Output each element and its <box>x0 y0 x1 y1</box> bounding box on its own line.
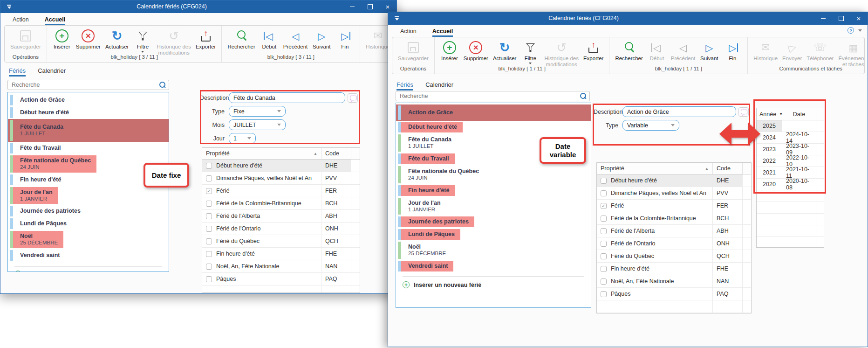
ribbon-button[interactable]: Exporter <box>193 28 218 50</box>
property-checkbox[interactable] <box>601 190 607 196</box>
property-row[interactable]: Pâques PAQ <box>202 273 360 285</box>
ribbon-button[interactable]: Supprimer <box>74 28 103 50</box>
year-row[interactable]: 2022 2022-10-10 <box>757 155 824 167</box>
holiday-list-item[interactable]: Action de Grâce <box>8 94 169 106</box>
property-row[interactable]: Noël, An, Fête Nationale NAN <box>202 260 360 273</box>
property-row[interactable]: Férié FER <box>597 200 751 212</box>
property-row[interactable]: Férié FER <box>202 185 360 197</box>
year-row[interactable]: 2024 2024-10-14 <box>757 132 824 144</box>
month-select[interactable]: JUILLET <box>229 119 286 130</box>
menu-action[interactable]: Action <box>400 28 417 37</box>
ribbon-collapse-icon[interactable] <box>858 29 862 32</box>
property-row[interactable]: Pâques PAQ <box>597 288 751 300</box>
ribbon-button[interactable]: Historique <box>751 39 780 62</box>
property-row[interactable]: Fin heure d'été FHE <box>597 263 751 275</box>
ribbon-button[interactable]: Exporter <box>581 39 606 62</box>
property-row[interactable]: Dimanche Pâques, veilles Noël et An PVV <box>597 187 751 200</box>
holiday-list-item[interactable]: Début heure d'été <box>8 106 169 119</box>
holiday-list-item[interactable]: Fête nationale du Québec 24 JUIN <box>396 165 591 184</box>
property-checkbox[interactable] <box>601 228 607 234</box>
property-row[interactable]: Début heure d'été DHE <box>202 160 360 172</box>
ribbon-button[interactable]: Précédent <box>281 28 310 50</box>
ribbon-button[interactable]: Fin <box>333 28 356 50</box>
ribbon-button[interactable]: Supprimer <box>461 39 491 62</box>
ribbon-button[interactable]: Filtre <box>131 28 154 53</box>
column-header-propriete[interactable]: Propriété ▲ <box>597 163 713 174</box>
tab-feries[interactable]: Fériés <box>396 81 413 90</box>
menu-action[interactable]: Action <box>13 16 29 25</box>
property-row[interactable]: Férié de l'Alberta ABH <box>597 225 751 237</box>
ribbon-button[interactable]: Sauvegarder <box>8 28 43 50</box>
holiday-list-item[interactable]: Jour de l'an 1 JANVIER <box>8 186 169 205</box>
ribbon-button[interactable]: Fin <box>721 39 744 62</box>
property-checkbox[interactable] <box>601 291 607 297</box>
search-input[interactable] <box>396 93 579 99</box>
ribbon-button[interactable]: Sauvegarder <box>396 39 431 62</box>
close-icon[interactable]: × <box>379 0 396 13</box>
property-checkbox[interactable] <box>601 253 607 259</box>
comment-icon[interactable] <box>738 107 749 117</box>
ribbon-button[interactable]: Précédent <box>669 39 697 62</box>
property-checkbox[interactable] <box>206 264 212 270</box>
ribbon-button[interactable]: Début <box>258 28 281 50</box>
property-row[interactable]: Noël, An, Fête Nationale NAN <box>597 275 751 288</box>
column-header-annee[interactable]: Année ▼ <box>757 108 782 120</box>
property-row[interactable]: Fin heure d'été FHE <box>202 248 360 260</box>
column-header-date[interactable]: Date <box>782 108 816 120</box>
property-row[interactable]: Férié du Québec QCH <box>202 235 360 248</box>
insert-holiday-link[interactable]: + Insérer un nouveau férié <box>8 266 169 272</box>
search-input[interactable] <box>8 82 158 88</box>
holiday-list-item[interactable]: Noël 25 DÉCEMBRE <box>396 241 591 260</box>
search-icon[interactable] <box>579 92 588 100</box>
property-row[interactable]: Férié de l'Alberta ABH <box>202 210 360 223</box>
ribbon-button[interactable]: Suivant <box>697 39 721 62</box>
year-row[interactable]: 2023 2023-10-09 <box>757 144 824 155</box>
property-row[interactable]: Férié de la Colombie-Britannique BCH <box>202 197 360 210</box>
holiday-list-item[interactable]: Fête du Travail <box>8 142 169 154</box>
holiday-list-item[interactable]: Jour de l'an 1 JANVIER <box>396 197 591 216</box>
holiday-list-item[interactable]: Début heure d'été <box>396 121 591 133</box>
property-row[interactable]: Férié de l'Ontario ONH <box>597 237 751 250</box>
ribbon-button[interactable]: Téléphoner <box>804 39 836 62</box>
holiday-list-item[interactable]: Lundi de Pâques <box>8 217 169 230</box>
ribbon-button[interactable]: Suivant <box>310 28 333 50</box>
minimize-icon[interactable] <box>343 0 361 13</box>
property-checkbox[interactable] <box>601 178 607 184</box>
year-row[interactable]: 2021 2021-10-11 <box>757 167 824 179</box>
ribbon-button[interactable]: Rechercher <box>613 39 645 62</box>
holiday-list-item[interactable]: Action de Grâce <box>396 104 591 121</box>
property-checkbox[interactable] <box>206 251 212 257</box>
year-row[interactable]: 2025 <box>757 120 824 132</box>
property-checkbox[interactable] <box>601 278 607 285</box>
ribbon-button[interactable]: Actualiser <box>491 39 519 62</box>
tab-calendrier[interactable]: Calendrier <box>425 81 453 90</box>
holiday-list-item[interactable]: Noël 25 DÉCEMBRE <box>8 230 169 249</box>
year-row[interactable]: 2020 2020-10-08 <box>757 179 824 190</box>
ribbon-button[interactable]: Rechercher <box>225 28 257 50</box>
ribbon-button[interactable]: Filtre <box>519 39 542 65</box>
description-field[interactable] <box>622 106 736 117</box>
ribbon-button[interactable]: Envoyer <box>780 39 804 62</box>
column-header-code[interactable]: Code <box>713 163 743 174</box>
holiday-list-item[interactable]: Fête du Canada 1 JUILLET <box>8 119 169 142</box>
type-select[interactable]: Variable <box>622 120 679 131</box>
comment-icon[interactable] <box>348 93 358 103</box>
property-row[interactable]: Férié de l'Ontario ONH <box>202 223 360 235</box>
property-checkbox[interactable] <box>601 266 607 272</box>
property-checkbox[interactable] <box>206 188 212 194</box>
help-icon[interactable]: ? <box>847 27 854 34</box>
holiday-list-item[interactable]: Journée des patriotes <box>8 205 169 217</box>
tab-calendrier[interactable]: Calendrier <box>38 67 66 77</box>
ribbon-button[interactable]: Insérer <box>438 39 461 62</box>
property-row[interactable]: Férié du Québec QCH <box>597 250 751 263</box>
holiday-list-item[interactable]: Journée des patriotes <box>396 216 591 228</box>
property-checkbox[interactable] <box>601 216 607 222</box>
minimize-icon[interactable] <box>814 12 832 25</box>
insert-holiday-link[interactable]: + Insérer un nouveau férié <box>396 277 591 288</box>
holiday-list-item[interactable]: Fin heure d'été <box>396 184 591 197</box>
menu-accueil[interactable]: Accueil <box>432 28 453 37</box>
holiday-list-item[interactable]: Lundi de Pâques <box>396 228 591 241</box>
titlebar[interactable]: Calendrier fériés (CFG024) × <box>0 0 396 13</box>
close-icon[interactable]: × <box>850 12 868 25</box>
ribbon-button[interactable]: Début <box>645 39 669 62</box>
